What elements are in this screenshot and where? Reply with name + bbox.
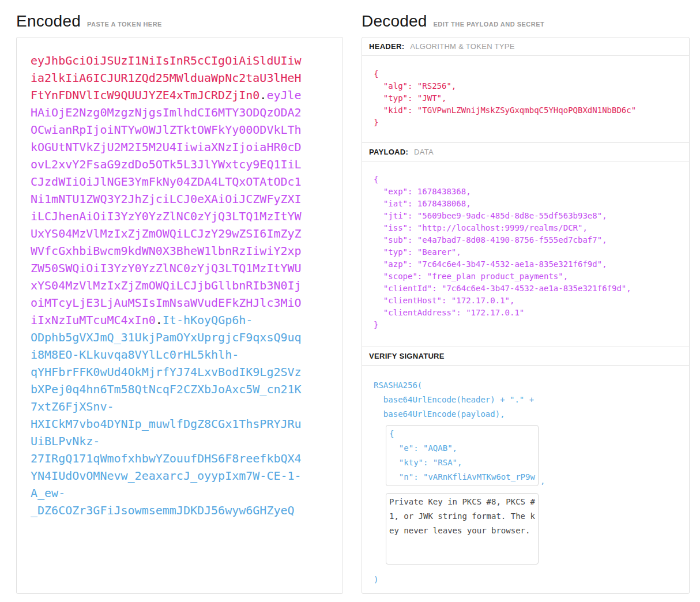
encoded-title: Encoded: [16, 13, 81, 30]
verify-signature-body: RSASHA256( base64UrlEncode(header) + "."…: [362, 366, 689, 593]
payload-section-label: PAYLOAD:: [369, 148, 408, 156]
decoded-sections: HEADER: ALGORITHM & TOKEN TYPE { "alg": …: [362, 37, 690, 594]
encoded-panel: Encoded PASTE A TOKEN HERE eyJhbGciOiJSU…: [16, 5, 343, 594]
formula-closing-paren: ): [374, 573, 675, 587]
verify-section-title-bar: VERIFY SIGNATURE: [362, 347, 689, 366]
decoded-title: Decoded: [362, 13, 427, 30]
header-section-sublabel: ALGORITHM & TOKEN TYPE: [410, 42, 514, 51]
signature-formula: RSASHA256( base64UrlEncode(header) + "."…: [374, 378, 675, 422]
header-json-editor[interactable]: { "alg": "RS256", "typ": "JWT", "kid": "…: [362, 56, 689, 143]
public-key-textarea[interactable]: { "e": "AQAB", "kty": "RSA", "n": "vARnK…: [386, 425, 539, 486]
payload-json-editor[interactable]: { "exp": 1678438368, "iat": 1678438068, …: [362, 161, 689, 347]
payload-section-sublabel: DATA: [414, 148, 434, 156]
formula-comma: ,: [540, 476, 545, 486]
encoded-subtitle: PASTE A TOKEN HERE: [87, 21, 162, 28]
private-key-textarea[interactable]: [386, 493, 539, 565]
header-section-title-bar: HEADER: ALGORITHM & TOKEN TYPE: [362, 37, 689, 56]
decoded-header: Decoded EDIT THE PAYLOAD AND SECRET: [362, 5, 690, 37]
token-separator-2: .: [156, 313, 163, 327]
token-signature-segment: It-hKoyQGp6h-ODphb5gVXJmQ_31UkjPamOYxUpr…: [31, 313, 302, 517]
token-payload-segment: eyJleHAiOjE2Nzg0MzgzNjgsImlhdCI6MTY3ODQz…: [31, 88, 302, 327]
encoded-header: Encoded PASTE A TOKEN HERE: [16, 5, 343, 37]
decoded-subtitle: EDIT THE PAYLOAD AND SECRET: [433, 21, 544, 28]
public-key-row: { "e": "AQAB", "kty": "RSA", "n": "vARnK…: [374, 425, 675, 486]
token-editor[interactable]: eyJhbGciOiJSUzI1NiIsInR5cCIgOiAiSldUIiwi…: [16, 37, 343, 594]
header-section-label: HEADER:: [369, 42, 404, 51]
jwt-token: eyJhbGciOiJSUzI1NiIsInR5cCIgOiAiSldUIiwi…: [31, 52, 304, 519]
jwt-debugger-page: Encoded PASTE A TOKEN HERE eyJhbGciOiJSU…: [0, 0, 700, 594]
payload-section-title-bar: PAYLOAD: DATA: [362, 143, 689, 161]
verify-signature-label: VERIFY SIGNATURE: [369, 352, 445, 360]
token-separator-1: .: [259, 88, 266, 102]
decoded-panel: Decoded EDIT THE PAYLOAD AND SECRET HEAD…: [362, 5, 690, 594]
